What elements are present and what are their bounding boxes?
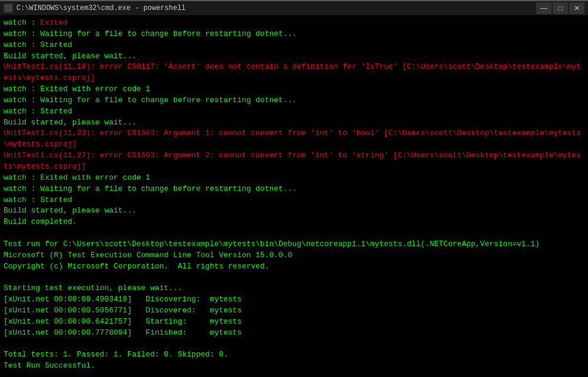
- terminal-output: watch : Exitedwatch : Waiting for a file…: [0, 15, 588, 377]
- terminal-line: [4, 228, 584, 239]
- window: ⬛ C:\WINDOWS\system32\cmd.exe - powershe…: [0, 0, 588, 377]
- close-button[interactable]: ✕: [569, 2, 584, 14]
- terminal-line: watch : Exited: [4, 18, 584, 29]
- terminal-line: watch : Waiting for a file to change bef…: [4, 95, 584, 106]
- title-bar-text: C:\WINDOWS\system32\cmd.exe - powershell: [16, 4, 186, 12]
- terminal-line: Microsoft (R) Test Execution Command Lin…: [4, 250, 584, 261]
- terminal-line: UnitTest1.cs(11,23): error CS1503: Argum…: [4, 128, 584, 150]
- terminal-line: watch : Exited with error code 1: [4, 173, 584, 184]
- cmd-icon: ⬛: [4, 4, 13, 13]
- terminal-line: [xUnit.net 00:00:00.6421757] Starting: m…: [4, 317, 584, 328]
- terminal-line: Starting test execution, please wait...: [4, 283, 584, 294]
- terminal-line: UnitTest1.cs(11,27): error CS1503: Argum…: [4, 150, 584, 173]
- terminal-line: Build started, please wait...: [4, 117, 584, 129]
- title-bar: ⬛ C:\WINDOWS\system32\cmd.exe - powershe…: [0, 0, 588, 15]
- terminal-line: [xUnit.net 00:00:00.5956771] Discovered:…: [4, 305, 584, 317]
- terminal-line: watch : Started: [4, 106, 584, 117]
- terminal-line: Test Run Successful.: [4, 361, 584, 372]
- terminal-line: Build completed.: [4, 217, 584, 228]
- terminal-line: Build started, please wait...: [4, 51, 584, 62]
- terminal-line: [4, 338, 584, 349]
- terminal-line: Test run for C:\Users\scott\Desktop\test…: [4, 239, 584, 250]
- terminal-line: watch : Started: [4, 40, 584, 51]
- terminal-line: UnitTest1.cs(11,18): error CS0117: 'Asse…: [4, 62, 584, 84]
- terminal-line: watch : Exited with error code 1: [4, 84, 584, 95]
- minimize-button[interactable]: —: [536, 2, 552, 14]
- terminal-line: Copyright (c) Microsoft Corporation. All…: [4, 261, 584, 272]
- terminal-line: [xUnit.net 00:00:00.7778094] Finished: m…: [4, 328, 584, 339]
- window-controls: — □ ✕: [536, 2, 584, 14]
- terminal-line: watch : Started: [4, 195, 584, 206]
- terminal-line: watch : Waiting for a file to change bef…: [4, 184, 584, 195]
- terminal-line: Total tests: 1. Passed: 1. Failed: 0. Sk…: [4, 349, 584, 361]
- title-bar-left: ⬛ C:\WINDOWS\system32\cmd.exe - powershe…: [4, 4, 186, 13]
- maximize-button[interactable]: □: [553, 2, 568, 14]
- terminal-line: [xUnit.net 00:00:00.4903418] Discovering…: [4, 294, 584, 305]
- terminal-line: watch : Waiting for a file to change bef…: [4, 29, 584, 40]
- terminal-line: [4, 272, 584, 283]
- terminal-line: Build started, please wait...: [4, 206, 584, 217]
